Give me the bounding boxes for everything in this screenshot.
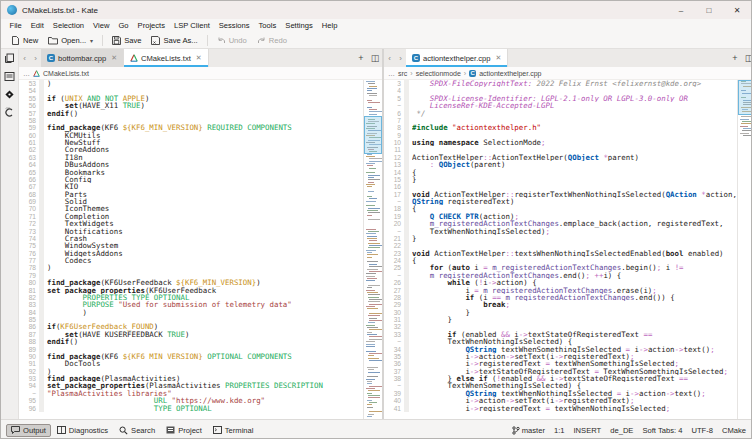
code-line[interactable]: 36 i->registeredText = textWhenSomething… <box>384 360 737 367</box>
output-toggle[interactable]: Output <box>6 424 51 437</box>
cursor-position[interactable]: 1:1 <box>554 426 565 435</box>
code-line[interactable]: 85 <box>19 316 363 323</box>
code-lines[interactable]: 3 SPDX-FileCopyrightText: 2022 Felix Ern… <box>384 80 737 419</box>
code-line[interactable]: 74 Crash <box>19 235 363 242</box>
code-line[interactable]: 53) <box>19 80 363 87</box>
menu-settings[interactable]: Settings <box>281 21 317 30</box>
dictionary[interactable]: de_DE <box>610 426 633 435</box>
code-line[interactable]: 18{ <box>384 205 737 212</box>
code-line[interactable]: 78) <box>19 264 363 271</box>
code-line[interactable]: 90find_package(KF6 ${KF6_MIN_VERSION} OP… <box>19 353 363 360</box>
code-line[interactable]: 79 <box>19 272 363 279</box>
code-line[interactable]: 5 SPDX-License-Identifier: LGPL-2.1-only… <box>384 95 737 102</box>
code-line[interactable]: 26 while (!i->action) { <box>384 279 737 286</box>
save-as-button[interactable]: Save As... <box>146 34 202 47</box>
code-line[interactable]: 82 PROPERTIES TYPE OPTIONAL <box>19 294 363 301</box>
project-toggle[interactable]: Project <box>161 424 207 437</box>
redo-button[interactable]: Redo <box>252 34 292 47</box>
menu-edit[interactable]: Edit <box>26 21 48 30</box>
code-line[interactable]: 83 PURPOSE "Used for submission of telem… <box>19 301 363 308</box>
code-line[interactable]: 80find_package(KF6UserFeedback ${KF6_MIN… <box>19 279 363 286</box>
code-line[interactable]: ~"PlasmaActivities libraries" <box>19 390 363 397</box>
code-line[interactable]: 38 } else if (!enabled && i->textStateOf… <box>384 375 737 382</box>
open-button[interactable]: Open... ▾ <box>43 34 98 47</box>
code-line[interactable]: 31 } <box>384 316 737 323</box>
code-line[interactable]: 65 Bookmarks <box>19 169 363 176</box>
breadcrumb-item[interactable]: CMakeLists.txt <box>43 70 89 77</box>
code-line[interactable]: 95 URL "https://www.kde.org" <box>19 397 363 404</box>
menu-view[interactable]: View <box>89 21 114 30</box>
code-line[interactable]: 21} <box>384 235 737 242</box>
tab-forward-icon[interactable]: › <box>395 49 406 67</box>
code-line[interactable]: 27 i = m_registeredActionTextChanges.era… <box>384 287 737 294</box>
minimize-button[interactable]: – <box>667 1 695 19</box>
tab-back-icon[interactable]: ‹ <box>19 49 30 67</box>
code-line[interactable]: 60 KCMUtils <box>19 132 363 139</box>
code-line[interactable]: 84 ) <box>19 309 363 316</box>
tab-close-icon[interactable]: ✕ <box>196 54 202 62</box>
tab-close-icon[interactable]: ✕ <box>111 54 117 62</box>
left-editor[interactable]: 53)5455if (UNIX AND NOT APPLE)56 set(HAV… <box>19 80 382 419</box>
code-line[interactable]: 4 <box>384 87 737 94</box>
code-line[interactable]: 28 if (i == m_registeredActionTextChange… <box>384 294 737 301</box>
input-mode[interactable]: INSERT <box>574 426 602 435</box>
code-line[interactable]: 19 Q_CHECK_PTR(action); <box>384 213 737 220</box>
new-tab-button[interactable]: + <box>354 49 368 67</box>
code-line[interactable]: ~QString registeredText) <box>384 198 737 205</box>
menu-selection[interactable]: Selection <box>48 21 88 30</box>
code-line[interactable]: 91 DocTools <box>19 360 363 367</box>
code-line[interactable]: 92) <box>19 368 363 375</box>
code-line[interactable]: 54 <box>19 87 363 94</box>
search-toggle[interactable]: Search <box>114 424 160 437</box>
code-line[interactable]: 32 <box>384 323 737 330</box>
code-line[interactable]: 24{ <box>384 257 737 264</box>
open-dropdown-chevron[interactable]: ▾ <box>90 37 93 44</box>
menu-help[interactable]: Help <box>317 21 342 30</box>
code-line[interactable]: 59find_package(KF6 ${KF6_MIN_VERSION} RE… <box>19 124 363 131</box>
menu-file[interactable]: File <box>5 21 26 30</box>
code-line[interactable]: 12ActionTextHelper::ActionTextHelper(QOb… <box>384 154 737 161</box>
code-line[interactable]: 8#include "actiontexthelper.h" <box>384 124 737 131</box>
code-line[interactable]: 6 */ <box>384 110 737 117</box>
code-line[interactable]: ~ TextWhenNothingIsSelected); <box>384 228 737 235</box>
code-line[interactable]: 70 IconThemes <box>19 205 363 212</box>
code-line[interactable]: ~ TextWhenNothingIsSelected) { <box>384 338 737 345</box>
menu-lsp-client[interactable]: LSP Client <box>170 21 215 30</box>
code-line[interactable]: 68 Parts <box>19 191 363 198</box>
tab-forward-icon[interactable]: › <box>30 49 41 67</box>
close-button[interactable]: ✕ <box>723 1 751 19</box>
split-view-icon[interactable]: ◫ <box>742 49 752 67</box>
right-editor[interactable]: 3 SPDX-FileCopyrightText: 2022 Felix Ern… <box>384 80 752 419</box>
new-button[interactable]: New <box>6 34 43 47</box>
code-line[interactable]: 56 set(HAVE_X11 TRUE) <box>19 102 363 109</box>
menu-tools[interactable]: Tools <box>254 21 281 30</box>
filesystem-icon[interactable] <box>4 71 15 82</box>
breadcrumb-overflow[interactable]: … <box>388 70 395 77</box>
syntax-mode[interactable]: CMake <box>722 426 746 435</box>
tab-cmakelists-txt[interactable]: CMakeLists.txt ✕ <box>124 49 209 67</box>
git-branch-status[interactable]: master <box>512 426 545 435</box>
code-line[interactable]: ~ TextWhenSomethingIsSelected) { <box>384 382 737 389</box>
code-line[interactable]: 86if(KF6UserFeedback_FOUND) <box>19 323 363 330</box>
code-line[interactable]: 81set_package_properties(KF6UserFeedback <box>19 287 363 294</box>
code-line[interactable]: 88endif() <box>19 338 363 345</box>
code-line[interactable]: 17void ActionTextHelper::registerTextWhe… <box>384 191 737 198</box>
menu-sessions[interactable]: Sessions <box>214 21 254 30</box>
code-line[interactable]: 62 CoreAddons <box>19 146 363 153</box>
code-line[interactable]: 73 Notifications <box>19 228 363 235</box>
code-line[interactable]: 55if (UNIX AND NOT APPLE) <box>19 95 363 102</box>
save-button[interactable]: Save <box>107 34 146 47</box>
code-line[interactable]: 25 for (auto i = m_registeredActionTextC… <box>384 264 737 271</box>
menu-projects[interactable]: Projects <box>133 21 169 30</box>
breadcrumb-item[interactable]: actiontexthelper.cpp <box>479 70 541 77</box>
code-line[interactable]: 63 I18n <box>19 154 363 161</box>
minimap-view-rect[interactable] <box>738 80 752 115</box>
code-line[interactable]: 11 <box>384 146 737 153</box>
code-line[interactable]: 93find_package(PlasmaActivities) <box>19 375 363 382</box>
right-minimap[interactable] <box>737 80 752 419</box>
code-line[interactable]: 10using namespace SelectionMode; <box>384 139 737 146</box>
code-line[interactable]: 14{ <box>384 169 737 176</box>
code-line[interactable]: 13 : QObject(parent) <box>384 161 737 168</box>
tab-back-icon[interactable]: ‹ <box>384 49 395 67</box>
code-line[interactable]: ~ m_registeredActionTextChanges.end(); +… <box>384 272 737 279</box>
